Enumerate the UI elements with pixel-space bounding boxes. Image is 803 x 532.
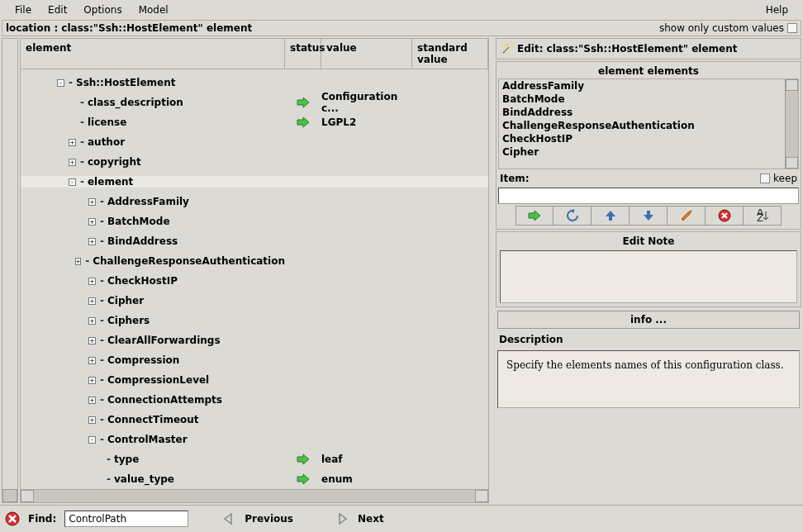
tree-item[interactable]: Compression [107, 354, 179, 366]
tree-value: enum [321, 473, 412, 485]
add-button[interactable] [516, 206, 554, 226]
tree-item[interactable]: BindAddress [107, 235, 178, 247]
tree-item[interactable]: ConnectionAttempts [107, 394, 222, 406]
header-status[interactable]: status [285, 39, 321, 69]
expander-icon[interactable]: - [57, 79, 64, 87]
tree-item[interactable]: CompressionLevel [107, 374, 209, 386]
tree-item[interactable]: AddressFamily [107, 196, 189, 207]
menu-file[interactable]: File [7, 2, 40, 18]
svg-marker-3 [297, 474, 309, 484]
expander-icon[interactable]: + [88, 337, 96, 344]
expander-icon[interactable]: + [88, 357, 96, 364]
scroll-left-icon[interactable] [21, 490, 34, 502]
header-element[interactable]: element [21, 39, 285, 69]
tree-item[interactable]: type [114, 454, 139, 465]
tree-value: leaf [321, 454, 412, 465]
expander-icon[interactable]: + [88, 397, 96, 404]
menu-edit[interactable]: Edit [40, 2, 75, 18]
scroll-up-icon[interactable] [786, 79, 798, 91]
tree-item[interactable]: Ciphers [107, 315, 150, 326]
previous-button[interactable]: Previous [245, 513, 293, 525]
edit-note-title: Edit Note [498, 234, 799, 249]
listbox-scrollbar[interactable] [785, 79, 798, 169]
tree-item[interactable]: ClearAllForwardings [107, 335, 221, 346]
info-button[interactable]: info ... [497, 311, 800, 329]
find-label: Find: [28, 513, 56, 525]
gutter-scroll[interactable] [2, 489, 17, 502]
menu-model[interactable]: Model [131, 2, 177, 18]
elements-listbox[interactable]: AddressFamilyBatchModeBindAddressChallen… [498, 78, 799, 169]
expander-icon[interactable]: + [88, 218, 96, 226]
menu-help[interactable]: Help [758, 2, 796, 18]
up-button[interactable] [592, 206, 630, 226]
tree-item[interactable]: BatchMode [107, 216, 170, 227]
list-item[interactable]: CheckHostIP [499, 132, 798, 145]
expander-icon[interactable]: + [88, 238, 96, 245]
tree-item[interactable]: CheckHostIP [107, 275, 178, 287]
close-icon[interactable] [5, 511, 20, 526]
tree-value: LGPL2 [321, 116, 412, 128]
svg-marker-1 [297, 117, 309, 127]
next-button[interactable]: Next [358, 513, 384, 525]
header-standard[interactable]: standard value [412, 39, 488, 69]
status-arrow-icon [297, 454, 310, 465]
menu-options[interactable]: Options [75, 2, 130, 18]
right-panel: 🪄 Edit: class:"Ssh::HostElement" element… [496, 38, 801, 503]
keep-label: keep [773, 173, 797, 184]
tree-item[interactable]: ControlMaster [107, 434, 188, 445]
svg-marker-13 [340, 514, 346, 524]
expander-icon[interactable]: + [88, 198, 96, 206]
clear-button[interactable] [668, 206, 706, 226]
expander-icon[interactable]: + [88, 278, 96, 285]
tree-item[interactable]: ConnectTimeout [107, 414, 199, 425]
list-item[interactable]: Cipher [499, 145, 798, 159]
tree-item[interactable]: value_type [114, 473, 174, 485]
expander-icon[interactable]: + [88, 416, 96, 424]
tree-item-selected[interactable]: element [88, 176, 133, 188]
expander-icon[interactable]: - [88, 436, 96, 444]
tree-body[interactable]: --Ssh::HostElement -class_description Co… [21, 69, 488, 489]
expander-icon[interactable]: + [88, 317, 96, 325]
find-bar: Find: Previous Next [0, 505, 803, 532]
rotate-left-button[interactable] [554, 206, 592, 226]
list-item[interactable]: BindAddress [499, 106, 798, 119]
header-value[interactable]: value [321, 39, 412, 69]
next-icon[interactable] [335, 511, 349, 526]
edit-title: Edit: class:"Ssh::HostElement" element [517, 43, 737, 55]
sort-button[interactable]: AZ [744, 206, 782, 226]
tree-item[interactable]: license [88, 116, 126, 128]
tree-root[interactable]: Ssh::HostElement [76, 77, 175, 88]
list-item[interactable]: AddressFamily [499, 79, 798, 93]
item-input[interactable] [498, 188, 799, 204]
show-custom-checkbox[interactable] [787, 23, 797, 33]
delete-button[interactable] [706, 206, 744, 226]
keep-checkbox[interactable] [760, 173, 770, 183]
splitter[interactable] [491, 38, 494, 503]
expander-icon[interactable]: + [88, 377, 96, 384]
expander-icon[interactable]: + [75, 258, 82, 265]
scroll-down-icon[interactable] [786, 157, 798, 169]
expander-icon[interactable]: + [88, 297, 96, 305]
tree-item[interactable]: copyright [88, 156, 141, 168]
item-label: Item: [500, 173, 530, 184]
edit-note-box[interactable] [500, 250, 797, 303]
tree-item[interactable]: ChallengeResponseAuthentication [93, 255, 285, 267]
list-item[interactable]: ChallengeResponseAuthentication [499, 119, 798, 132]
tree-panel: element status value standard value --Ss… [20, 38, 489, 503]
down-button[interactable] [630, 206, 668, 226]
tree-value: Configuration c... [321, 91, 412, 114]
svg-marker-4 [529, 211, 540, 221]
find-input[interactable] [64, 511, 188, 527]
tree-hscrollbar[interactable] [21, 489, 488, 502]
description-label: Description [496, 332, 801, 347]
tree-item[interactable]: class_description [88, 97, 183, 108]
scroll-right-icon[interactable] [475, 490, 488, 502]
tree-item[interactable]: Cipher [107, 295, 144, 306]
previous-icon[interactable] [221, 511, 236, 526]
expander-icon[interactable]: + [69, 159, 76, 166]
list-item[interactable]: BatchMode [499, 93, 798, 106]
expander-icon[interactable]: - [69, 178, 76, 186]
expander-icon[interactable]: + [69, 139, 76, 146]
tree-item[interactable]: author [88, 136, 125, 148]
svg-marker-0 [297, 97, 309, 107]
